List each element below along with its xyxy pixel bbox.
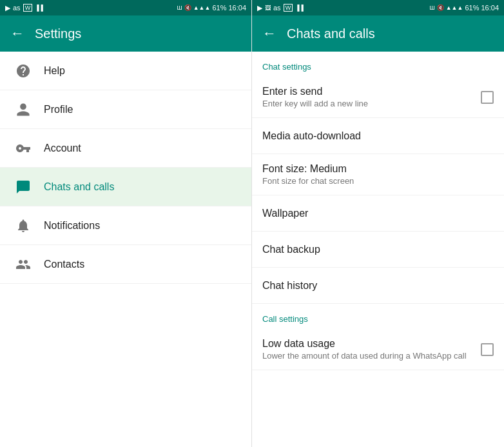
right-panel: ▶ 🖼 as W ▐▐ Ш 🔇 ▲▲▲ 61% 16:04 ← Chats an… bbox=[252, 0, 504, 447]
wallpaper-text: Wallpaper bbox=[262, 208, 494, 219]
sidebar-item-contacts-label: Contacts bbox=[44, 259, 84, 270]
chat-icon bbox=[10, 179, 36, 195]
settings-item-media-auto-download[interactable]: Media auto-download bbox=[252, 118, 504, 154]
chat-backup-text: Chat backup bbox=[262, 244, 494, 255]
time-right: 16:04 bbox=[481, 4, 499, 12]
status-w-right: W bbox=[284, 4, 293, 12]
volume-icon-right: 🔇 bbox=[437, 5, 444, 11]
time-left: 16:04 bbox=[228, 4, 246, 12]
sidebar-item-contacts[interactable]: Contacts bbox=[0, 245, 251, 284]
enter-is-send-text: Enter is send Enter key will add a new l… bbox=[262, 86, 481, 108]
menu-list: Help Profile Account Chats and calls Not bbox=[0, 52, 251, 447]
sidebar-item-chats[interactable]: Chats and calls bbox=[0, 168, 251, 206]
status-bar-left: ▶ as W ▐▐ Ш 🔇 ▲▲▲ 61% 16:04 bbox=[0, 0, 251, 15]
chat-backup-title: Chat backup bbox=[262, 244, 494, 255]
chat-settings-header: Chat settings bbox=[252, 52, 504, 77]
settings-item-chat-backup[interactable]: Chat backup bbox=[252, 232, 504, 268]
status-bar-right-icons: Ш 🔇 ▲▲▲ 61% 16:04 bbox=[177, 4, 246, 12]
wallpaper-title: Wallpaper bbox=[262, 208, 494, 219]
settings-title: Settings bbox=[35, 26, 81, 41]
help-icon bbox=[10, 63, 36, 79]
low-data-usage-checkbox[interactable] bbox=[481, 343, 494, 356]
call-settings-header: Call settings bbox=[252, 304, 504, 329]
back-button-right[interactable]: ← bbox=[262, 25, 276, 42]
sidebar-item-help-label: Help bbox=[44, 65, 65, 77]
top-bar-right: ← Chats and calls bbox=[252, 15, 504, 52]
low-data-usage-subtitle: Lower the amount of data used during a W… bbox=[262, 351, 481, 361]
back-button-left[interactable]: ← bbox=[10, 25, 24, 42]
sidebar-item-account[interactable]: Account bbox=[0, 129, 251, 168]
status-bar-right-left-icons: ▶ 🖼 as W ▐▐ bbox=[257, 4, 304, 12]
status-as-right: as bbox=[273, 4, 281, 12]
media-auto-download-text: Media auto-download bbox=[262, 130, 494, 142]
sidebar-item-profile[interactable]: Profile bbox=[0, 90, 251, 129]
chat-history-title: Chat history bbox=[262, 280, 494, 292]
status-left-text: ▶ bbox=[5, 4, 10, 12]
font-size-subtitle: Font size for chat screen bbox=[262, 176, 494, 186]
settings-item-low-data-usage[interactable]: Low data usage Lower the amount of data … bbox=[252, 329, 504, 370]
chat-history-text: Chat history bbox=[262, 280, 494, 292]
status-w-text: W bbox=[23, 4, 33, 12]
font-size-text: Font size: Medium Font size for chat scr… bbox=[262, 163, 494, 186]
signal-icon: ▲▲▲ bbox=[193, 5, 211, 11]
sidebar-item-notifications[interactable]: Notifications bbox=[0, 206, 251, 245]
status-as-text: as bbox=[13, 4, 21, 12]
top-bar-left: ← Settings bbox=[0, 15, 251, 52]
settings-item-font-size[interactable]: Font size: Medium Font size for chat scr… bbox=[252, 154, 504, 195]
media-auto-download-title: Media auto-download bbox=[262, 130, 494, 142]
font-size-title: Font size: Medium bbox=[262, 163, 494, 175]
person-icon bbox=[10, 102, 36, 117]
settings-item-chat-history[interactable]: Chat history bbox=[252, 268, 504, 304]
status-bar-right: ▶ 🖼 as W ▐▐ Ш 🔇 ▲▲▲ 61% 16:04 bbox=[252, 0, 504, 15]
low-data-usage-text: Low data usage Lower the amount of data … bbox=[262, 338, 481, 361]
network-icon: Ш bbox=[177, 5, 182, 11]
battery-text-right: 61% bbox=[465, 4, 479, 12]
people-icon bbox=[10, 257, 36, 272]
status-play-right: ▶ bbox=[257, 4, 262, 12]
enter-is-send-subtitle: Enter key will add a new line bbox=[262, 99, 481, 108]
sidebar-item-account-label: Account bbox=[44, 143, 81, 154]
key-icon bbox=[10, 141, 36, 156]
status-bar-right-right-icons: Ш 🔇 ▲▲▲ 61% 16:04 bbox=[429, 4, 499, 12]
enter-is-send-checkbox[interactable] bbox=[481, 91, 494, 104]
sidebar-item-profile-label: Profile bbox=[44, 104, 73, 115]
status-bar-left-icons: ▶ as W ▐▐ bbox=[5, 4, 43, 12]
settings-item-wallpaper[interactable]: Wallpaper bbox=[252, 195, 504, 232]
volume-icon: 🔇 bbox=[184, 5, 191, 11]
chats-calls-title: Chats and calls bbox=[287, 26, 375, 41]
sidebar-item-notifications-label: Notifications bbox=[44, 220, 100, 232]
status-img-right: 🖼 bbox=[265, 5, 271, 11]
left-panel: ▶ as W ▐▐ Ш 🔇 ▲▲▲ 61% 16:04 ← Settings H… bbox=[0, 0, 252, 447]
chat-settings-list: Chat settings Enter is send Enter key wi… bbox=[252, 52, 504, 447]
status-bar-indicator-right: ▐▐ bbox=[295, 5, 304, 11]
sidebar-item-help[interactable]: Help bbox=[0, 52, 251, 90]
settings-item-enter-is-send[interactable]: Enter is send Enter key will add a new l… bbox=[252, 77, 504, 118]
enter-is-send-title: Enter is send bbox=[262, 86, 481, 97]
status-bar-indicator: ▐▐ bbox=[35, 5, 43, 11]
battery-text-left: 61% bbox=[212, 4, 226, 12]
sidebar-item-chats-label: Chats and calls bbox=[44, 181, 114, 193]
bell-icon bbox=[10, 218, 36, 233]
low-data-usage-title: Low data usage bbox=[262, 338, 481, 350]
signal-icon-right: ▲▲▲ bbox=[446, 5, 463, 11]
network-icon-right: Ш bbox=[429, 5, 434, 11]
